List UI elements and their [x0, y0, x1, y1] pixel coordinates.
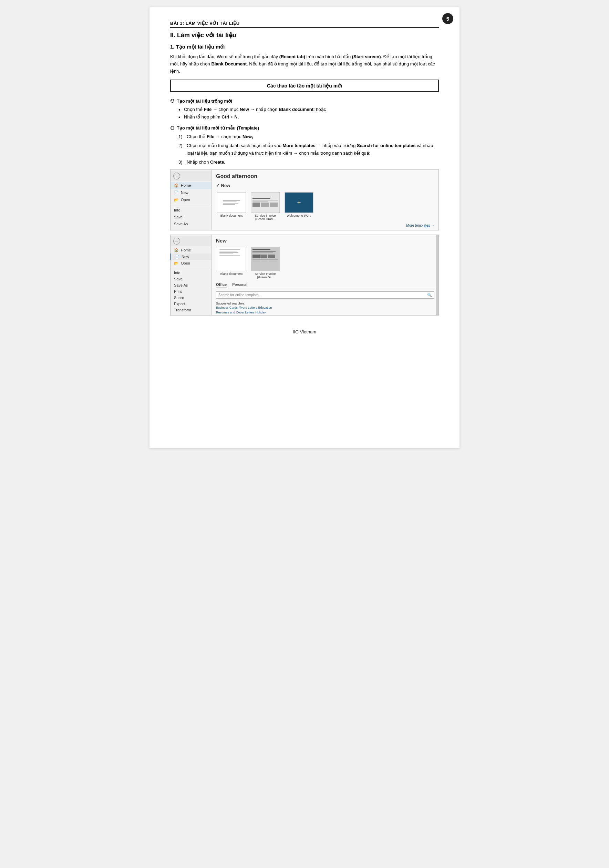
ss1-nav: 🏠 Home 📄 New 📂 Open Info — [170, 181, 211, 228]
ss2-saveas[interactable]: Save As — [170, 282, 211, 288]
ss1-open-label: Open — [181, 198, 190, 202]
section-title: II. Làm việc với tài liệu — [170, 31, 439, 39]
task1-icon: ⚇ — [170, 98, 175, 104]
ss2-info-label: Info — [174, 271, 180, 275]
ss2-open[interactable]: 📂 Open — [170, 260, 211, 267]
ss2-scrollbar[interactable] — [436, 235, 439, 315]
ss2-back-btn[interactable]: ← — [173, 238, 180, 245]
ss1-topbar: ← — [170, 171, 211, 181]
ss2-home-icon: 🏠 — [174, 248, 179, 253]
ss2-template-blank[interactable]: Blank document — [216, 247, 247, 279]
step-item: 1) Chọn thẻ File → chọn mục New; — [178, 133, 439, 141]
ss2-home[interactable]: 🏠 Home — [170, 247, 211, 254]
subsection-title: 1. Tạo một tài liệu mới — [170, 44, 439, 50]
ss1-greeting: Good afternoon — [212, 170, 439, 181]
ss2-export[interactable]: Export — [170, 301, 211, 307]
ss2-suggested-links[interactable]: Business Cards Flyers Letters Education — [212, 305, 439, 310]
ss2-saveas-label: Save As — [174, 283, 188, 287]
ss1-open[interactable]: 📂 Open — [170, 196, 211, 203]
ss2-suggested-label: Suggested searches: — [212, 301, 439, 305]
ss2-share[interactable]: Share — [170, 294, 211, 301]
ss1-template-welcome[interactable]: + Welcome to Word — [284, 192, 315, 221]
ss2-open-label: Open — [181, 261, 190, 265]
ss2-export-label: Export — [174, 302, 185, 306]
ss1-invoice-label: Service Invoice (Green Grad... — [250, 214, 281, 221]
ss2-transform[interactable]: Transform — [170, 307, 211, 313]
ss2-tab-office[interactable]: Office — [216, 282, 227, 288]
ss2-share-label: Share — [174, 296, 184, 300]
open-icon: 📂 — [174, 198, 179, 202]
step-item: 2) Chọn một mẫu trong danh sách hoặc nhấ… — [178, 142, 439, 157]
step-item: 3) Nhấp chọn Create. — [178, 158, 439, 166]
ss1-templates: Blank document — [212, 190, 439, 222]
lesson-header: BÀI 1: LÀM VIỆC VỚI TÀI LIỆU — [170, 21, 439, 28]
ss1-thumb-invoice — [251, 192, 280, 213]
ss2-new-nav-label: New — [181, 254, 189, 259]
bullet-item: Nhấn tổ hợp phím Ctrl + N. — [178, 113, 439, 121]
ss1-new[interactable]: 📄 New — [170, 189, 211, 196]
ss1-thumb-blank — [217, 192, 246, 213]
task1-title: Tạo một tài liệu trống mới — [177, 99, 232, 104]
ss2-new-icon: 📄 — [175, 254, 180, 259]
ss2-search-icon: 🔍 — [427, 293, 432, 297]
ss1-more-templates[interactable]: More templates → — [212, 222, 439, 230]
task1-header: ⚇ Tạo một tài liệu trống mới — [170, 98, 439, 104]
ss1-info[interactable]: Info — [170, 207, 211, 214]
ss1-save[interactable]: Save — [170, 214, 211, 220]
ss2-tab-personal[interactable]: Personal — [232, 282, 247, 288]
ss1-template-invoice[interactable]: Service Invoice (Green Grad... — [250, 192, 281, 221]
ss2-template-invoice[interactable]: Service Invoice (Green Gr... — [250, 247, 281, 279]
ss2-nav: 🏠 Home 📄 New 📂 Open Info — [170, 246, 211, 314]
ss1-template-blank[interactable]: Blank document — [216, 192, 247, 221]
step-num: 2) — [178, 142, 183, 149]
welcome-plus-icon: + — [297, 199, 301, 206]
footer: IIG Vietnam — [170, 329, 439, 335]
step-num: 1) — [178, 133, 183, 141]
task2-header: ⚇ Tạo một tài liệu mới từ mẫu (Template) — [170, 126, 439, 131]
task2-steps: 1) Chọn thẻ File → chọn mục New; 2) Chọn… — [170, 133, 439, 166]
ss1-new-section-label: ✓ New — [212, 181, 439, 190]
task2-title: Tạo một tài liệu mới từ mẫu (Template) — [177, 126, 259, 130]
ss2-topbar: ← — [170, 236, 211, 246]
ss2-save-label: Save — [174, 277, 183, 281]
ss1-info-label: Info — [174, 208, 180, 212]
ss1-thumb-welcome: + — [285, 192, 313, 213]
new-icon: 📄 — [174, 191, 179, 195]
ss1-save-label: Save — [174, 215, 183, 219]
ss2-suggested-links2[interactable]: Resumes and Cover Letters Holiday — [212, 310, 439, 315]
page-number: 5 — [442, 13, 453, 24]
ss2-templates: Blank document — [212, 246, 439, 281]
task2-icon: ⚇ — [170, 126, 175, 131]
ss2-print[interactable]: Print — [170, 288, 211, 294]
ss2-search-box: 🔍 — [216, 291, 434, 299]
centered-box: Các thao tác tạo một tài liệu mới — [170, 79, 439, 92]
ss1-welcome-label: Welcome to Word — [287, 214, 311, 217]
ss2-save[interactable]: Save — [170, 276, 211, 282]
ss2-new-title: New — [212, 235, 439, 246]
task1-bullets: Chọn thẻ File → chọn mục New → nhấp chọn… — [170, 106, 439, 121]
ss1-home[interactable]: 🏠 Home — [170, 182, 211, 189]
ss1-back-btn[interactable]: ← — [173, 172, 180, 180]
ss2-search-area: 🔍 — [212, 289, 439, 301]
screenshot2: ← 🏠 Home 📄 New 📂 Open — [170, 234, 439, 316]
bullet-item: Chọn thẻ File → chọn mục New → nhấp chọn… — [178, 106, 439, 113]
ss2-print-label: Print — [174, 289, 182, 293]
screenshot1: ← 🏠 Home 📄 New 📂 Open — [170, 169, 439, 231]
ss2-blank-label: Blank document — [220, 272, 243, 276]
ss1-saveas-label: Save As — [174, 222, 188, 226]
home-icon: 🏠 — [174, 183, 179, 188]
ss2-transform-label: Transform — [174, 308, 191, 312]
ss2-info[interactable]: Info — [170, 270, 211, 276]
ss1-saveas[interactable]: Save As — [170, 220, 211, 227]
ss2-tabs: Office Personal — [212, 281, 439, 289]
ss2-home-label: Home — [181, 248, 191, 252]
ss2-new[interactable]: 📄 New — [170, 254, 211, 260]
ss1-new-label: New — [181, 191, 188, 195]
ss2-thumb-invoice — [251, 247, 280, 271]
ss1-home-label: Home — [181, 183, 191, 188]
ss2-search-input[interactable] — [218, 293, 427, 297]
ss2-thumb-blank — [217, 247, 246, 271]
step-num: 3) — [178, 158, 183, 166]
ss1-blank-label: Blank document — [220, 214, 243, 217]
page: 5 BÀI 1: LÀM VIỆC VỚI TÀI LIỆU II. Làm v… — [149, 7, 460, 448]
